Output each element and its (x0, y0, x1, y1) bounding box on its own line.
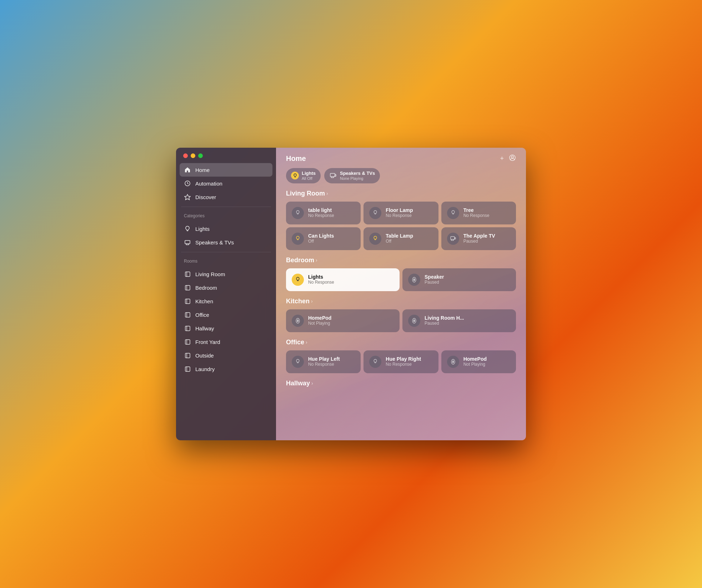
device-card-floor-lamp[interactable]: Floor Lamp No Response (363, 202, 438, 224)
rooms-label: Rooms (176, 254, 276, 266)
sidebar-discover-label: Discover (195, 194, 216, 200)
living-room-name: Living Room (286, 190, 325, 197)
speakers-summary-chip[interactable]: Speakers & TVs None Playing (324, 168, 380, 183)
hallway-name: Hallway (286, 380, 310, 387)
sidebar-outside-label: Outside (195, 353, 214, 359)
svg-rect-22 (335, 174, 336, 176)
maximize-button[interactable] (198, 153, 203, 158)
device-icon-hue-play-right (369, 356, 381, 368)
svg-rect-13 (185, 353, 190, 358)
add-button[interactable]: + (500, 155, 504, 162)
device-icon-can-lights (292, 233, 304, 245)
device-card-table-light[interactable]: table light No Response (286, 202, 361, 224)
device-info-table-light: table light No Response (308, 207, 334, 219)
sidebar-item-discover[interactable]: Discover (180, 190, 272, 204)
svg-point-42 (414, 320, 415, 321)
device-status-table-light: No Response (308, 213, 334, 219)
device-info-hue-play-right: Hue Play Right No Response (386, 356, 421, 368)
device-name-table-lamp: Table Lamp (386, 233, 413, 239)
svg-rect-8 (185, 285, 190, 290)
room-icon-front-yard (184, 338, 191, 345)
device-name-table-light: table light (308, 207, 334, 213)
device-name-bedroom-lights: Lights (308, 274, 334, 280)
device-card-living-room-h[interactable]: Living Room H... Paused (402, 309, 516, 332)
living-room-header[interactable]: Living Room › (286, 190, 516, 197)
sidebar-item-outside[interactable]: Outside (180, 349, 272, 362)
hallway-header[interactable]: Hallway › (286, 380, 516, 387)
device-icon-living-room-h (408, 315, 420, 327)
device-card-tree[interactable]: Tree No Response (441, 202, 516, 224)
living-room-devices: table light No Response Floor Lamp No Re… (286, 202, 516, 250)
device-name-can-lights: Can Lights (308, 233, 334, 239)
device-status-tree: No Response (463, 213, 490, 219)
kitchen-header[interactable]: Kitchen › (286, 298, 516, 305)
sidebar-office-label: Office (195, 312, 209, 318)
hallway-chevron: › (311, 380, 313, 386)
device-card-homepod-office[interactable]: HomePod Not Playing (441, 350, 516, 373)
device-status-can-lights: Off (308, 239, 334, 244)
kitchen-devices: HomePod Not Playing Living Room H... Pau… (286, 309, 516, 332)
sidebar: Home Automation Discover Categories (176, 148, 276, 440)
person-button[interactable] (509, 154, 516, 163)
sidebar-bedroom-label: Bedroom (195, 285, 217, 291)
device-card-table-lamp[interactable]: Table Lamp Off (363, 227, 438, 250)
lights-summary-chip[interactable]: Lights All Off (286, 168, 321, 183)
device-card-hue-play-right[interactable]: Hue Play Right No Response (363, 350, 438, 373)
divider-1 (181, 207, 271, 207)
svg-point-37 (296, 318, 300, 323)
svg-rect-9 (185, 299, 190, 304)
device-card-can-lights[interactable]: Can Lights Off (286, 227, 361, 250)
device-info-floor-lamp: Floor Lamp No Response (386, 207, 413, 219)
device-info-table-lamp: Table Lamp Off (386, 233, 413, 244)
svg-rect-10 (185, 313, 190, 317)
sidebar-item-lights[interactable]: Lights (180, 222, 272, 235)
office-header[interactable]: Office › (286, 339, 516, 346)
sidebar-item-office[interactable]: Office (180, 308, 272, 321)
device-icon-floor-lamp (369, 207, 381, 219)
device-status-homepod-kitchen: Not Playing (308, 321, 331, 326)
kitchen-chevron: › (311, 298, 313, 304)
sidebar-item-living-room[interactable]: Living Room (180, 267, 272, 281)
room-section-kitchen: Kitchen › HomePod Not Playing (276, 298, 526, 339)
sidebar-automation-label: Automation (195, 181, 222, 187)
device-card-bedroom-speaker[interactable]: Speaker Paused (402, 268, 516, 291)
tv-icon (184, 239, 191, 246)
room-icon-bedroom (184, 284, 191, 291)
speakers-chip-sub: None Playing (340, 176, 375, 181)
svg-point-45 (451, 359, 455, 364)
header-actions: + (500, 154, 516, 163)
svg-rect-12 (185, 340, 190, 344)
sidebar-item-speakers-tvs[interactable]: Speakers & TVs (180, 235, 272, 249)
device-name-hue-play-left: Hue Play Left (308, 356, 340, 362)
device-name-floor-lamp: Floor Lamp (386, 207, 413, 213)
sidebar-item-front-yard[interactable]: Front Yard (180, 335, 272, 349)
device-card-hue-play-left[interactable]: Hue Play Left No Response (286, 350, 361, 373)
device-name-tree: Tree (463, 207, 490, 213)
lights-chip-text: Lights All Off (302, 171, 316, 181)
sidebar-item-kitchen[interactable]: Kitchen (180, 294, 272, 308)
sidebar-item-laundry[interactable]: Laundry (180, 362, 272, 376)
minimize-button[interactable] (191, 153, 195, 158)
device-info-homepod-office: HomePod Not Playing (463, 356, 487, 368)
device-card-apple-tv[interactable]: The Apple TV Paused (441, 227, 516, 250)
app-window: Home Automation Discover Categories (176, 148, 526, 440)
lights-chip-sub: All Off (302, 176, 316, 181)
sidebar-item-automation[interactable]: Automation (180, 177, 272, 190)
svg-point-47 (453, 361, 453, 362)
close-button[interactable] (183, 153, 188, 158)
device-icon-apple-tv (447, 233, 459, 245)
device-card-bedroom-lights[interactable]: Lights No Response (286, 268, 400, 291)
sidebar-item-home[interactable]: Home (180, 163, 272, 177)
bedroom-header[interactable]: Bedroom › (286, 257, 516, 264)
device-name-living-room-h: Living Room H... (425, 315, 464, 321)
categories-nav: Lights Speakers & TVs (176, 220, 276, 250)
device-info-apple-tv: The Apple TV Paused (463, 233, 495, 244)
svg-rect-3 (185, 240, 190, 244)
device-name-hue-play-right: Hue Play Right (386, 356, 421, 362)
device-icon-bedroom-lights (292, 274, 304, 286)
sidebar-front-yard-label: Front Yard (195, 339, 220, 345)
device-status-apple-tv: Paused (463, 239, 495, 244)
device-card-homepod-kitchen[interactable]: HomePod Not Playing (286, 309, 400, 332)
sidebar-item-hallway[interactable]: Hallway (180, 321, 272, 335)
sidebar-item-bedroom[interactable]: Bedroom (180, 281, 272, 294)
